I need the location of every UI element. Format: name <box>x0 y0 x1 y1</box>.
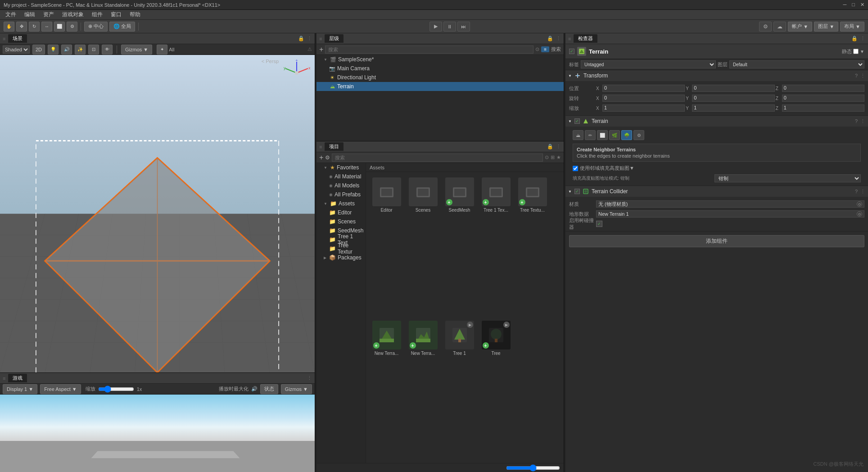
close-btn[interactable]: ✕ <box>860 2 864 8</box>
material-ref-btn[interactable]: ○ <box>857 201 862 207</box>
gizmo-cube[interactable]: x y z <box>283 59 310 86</box>
menu-window[interactable]: 窗口 <box>107 10 125 19</box>
assets-scenes[interactable]: 📁 Scenes <box>316 217 366 226</box>
scale-slider[interactable] <box>98 386 134 392</box>
tool-move[interactable]: ✥ <box>16 22 27 32</box>
collider-enabled[interactable]: ✓ <box>574 189 580 194</box>
tree-dark-play-icon[interactable]: ▶ <box>503 322 510 328</box>
scene-fx-btn[interactable]: ✨ <box>75 45 86 54</box>
obj-name[interactable]: Terrain <box>589 48 839 55</box>
play-btn[interactable]: ▶ <box>429 22 442 32</box>
fill-mode-select[interactable]: 钳制 <box>714 174 861 182</box>
tool-rect[interactable]: ⬜ <box>54 22 65 32</box>
seedmesh-add-btn[interactable]: + <box>446 199 452 205</box>
favorites-header[interactable]: ▼ ★ Favorites <box>316 163 366 172</box>
transform-header[interactable]: ▼ Transform ? ⋮ <box>565 70 868 81</box>
scene-all-btn[interactable]: ✦ <box>157 45 167 54</box>
rot-z-input[interactable]: 0 <box>782 95 864 102</box>
scl-y-input[interactable]: 1 <box>692 104 774 112</box>
scene-hidden-btn[interactable]: 👁 <box>102 45 113 54</box>
scene-more-icon[interactable]: ⋮ <box>307 36 312 41</box>
project-tab[interactable]: 项目 <box>325 142 344 151</box>
rot-x-input[interactable]: 0 <box>602 95 685 102</box>
game-gizmos-btn[interactable]: Gizmos▼ <box>281 384 312 394</box>
layout-btn[interactable]: 布局▼ <box>840 22 864 32</box>
asset-tree1tex[interactable]: + Tree 1 Tex... <box>479 176 513 316</box>
tool-rotate[interactable]: ↻ <box>29 22 40 32</box>
asset-newterr1[interactable]: + New Terra... <box>370 319 403 459</box>
asset-editor[interactable]: Editor <box>370 176 403 316</box>
hierarchy-camera[interactable]: 📷 Main Camera <box>316 64 564 73</box>
terrain-tool-5[interactable]: ⚙ <box>633 130 644 140</box>
assets-treetex[interactable]: 📁 Tree Textur <box>316 244 366 253</box>
inspector-more[interactable]: ⋮ <box>860 36 865 41</box>
tree1-play-icon[interactable]: ▶ <box>467 322 473 328</box>
assets-root[interactable]: ▼ 📁 Assets <box>316 199 366 208</box>
pivot-mode-btn[interactable]: ⊕ 中心 <box>84 22 108 32</box>
add-component-btn[interactable]: 添加组件 <box>569 235 864 247</box>
packages-root[interactable]: ▶ 📦 Packages <box>316 253 366 262</box>
cloud-btn[interactable]: ☁ <box>773 22 786 32</box>
layer-select[interactable]: Default <box>729 60 864 68</box>
obj-enabled-checkbox[interactable]: ✓ <box>569 49 574 54</box>
hierarchy-lock[interactable]: 🔒 <box>547 36 553 41</box>
menu-assets[interactable]: 资产 <box>40 10 58 19</box>
treetextu-add-btn[interactable]: + <box>519 199 525 205</box>
asset-size-slider[interactable] <box>506 465 560 471</box>
tool-scale[interactable]: ↔ <box>41 22 52 32</box>
tree-collider-checkbox[interactable]: ✓ <box>596 221 602 227</box>
terrain-tool-4[interactable]: 🌳 <box>621 130 632 140</box>
terrain-settings-btn[interactable]: ⋮ <box>860 118 865 124</box>
menu-help[interactable]: 帮助 <box>126 10 144 19</box>
scene-light-btn[interactable]: 💡 <box>48 45 59 54</box>
scene-hdmi-btn[interactable]: ⊡ <box>88 45 99 54</box>
inspector-lock[interactable]: 🔒 <box>851 36 858 41</box>
scene-audio-btn[interactable]: 🔊 <box>61 45 72 54</box>
asset-treetextu[interactable]: + Tree Textu... <box>515 176 549 316</box>
pos-x-input[interactable]: 0 <box>602 85 685 92</box>
newterr1-add-btn[interactable]: + <box>373 342 380 349</box>
shading-select[interactable]: Shaded <box>3 45 30 54</box>
collider-settings[interactable]: ⋮ <box>860 189 865 195</box>
terrain-data-ref[interactable]: New Terrain 1 ○ <box>596 210 864 218</box>
scene-viewport[interactable]: < Persp x y z <box>0 55 315 372</box>
rot-y-input[interactable]: 0 <box>692 95 774 102</box>
fav-prefabs[interactable]: ◉ All Prefabs <box>316 190 366 199</box>
fav-material[interactable]: ◉ All Material <box>316 172 366 181</box>
static-checkbox[interactable]: 静态 ▼ <box>842 48 864 55</box>
scene-tab[interactable]: 场景 <box>8 34 27 43</box>
terrain-tool-0[interactable]: ⛰ <box>573 130 583 140</box>
hierarchy-add-btn[interactable]: + <box>319 46 323 53</box>
project-star-icon[interactable]: ★ <box>556 154 561 160</box>
project-lock[interactable]: 🔒 <box>547 144 553 150</box>
hierarchy-terrain[interactable]: ⛰ Terrain <box>316 82 564 91</box>
inspector-tab[interactable]: 检查器 <box>574 34 597 43</box>
sound-icon[interactable]: 🔊 <box>251 386 258 392</box>
menu-gameobject[interactable]: 游戏对象 <box>59 10 87 19</box>
hierarchy-tab[interactable]: 层级 <box>325 34 344 43</box>
hierarchy-light[interactable]: ☀ Directional Light <box>316 73 564 82</box>
hierarchy-search[interactable] <box>325 45 533 54</box>
menu-edit[interactable]: 编辑 <box>21 10 39 19</box>
terrain-collider-header[interactable]: ▼ ✓ Terrain Collider ? ⋮ <box>565 186 868 197</box>
terrain-help[interactable]: ? <box>855 118 858 124</box>
project-filter[interactable]: ⊙ <box>545 154 549 160</box>
asset-seedmesh[interactable]: + SeedMesh <box>443 176 476 316</box>
asset-tree1[interactable]: ▶ Tree 1 <box>443 319 476 459</box>
hierarchy-scene[interactable]: ▼ 🎬 SampleScene* <box>316 55 564 64</box>
hierarchy-more[interactable]: ⋮ <box>556 36 561 41</box>
terrain-tool-2[interactable]: ⬜ <box>597 130 608 140</box>
pivot-space-btn[interactable]: 🌐 全局 <box>109 22 135 32</box>
material-ref[interactable]: 无 (物理材质) ○ <box>596 200 864 208</box>
2d-btn[interactable]: 2D <box>32 45 45 54</box>
hierarchy-filter[interactable]: ⊙ <box>535 46 539 52</box>
asset-tree-dark[interactable]: ▶ + Tree <box>479 319 513 459</box>
asset-newterr2[interactable]: + New Terra... <box>406 319 440 459</box>
tree-dark-add-btn[interactable]: + <box>483 342 489 349</box>
minimize-btn[interactable]: ─ <box>843 2 847 8</box>
terrain-section-header[interactable]: ▼ ✓ Terrain ? ⋮ <box>565 116 868 127</box>
asset-scenes[interactable]: Scenes <box>406 176 440 316</box>
terrain-enabled[interactable]: ✓ <box>574 118 580 124</box>
terrain-data-btn[interactable]: ○ <box>857 211 862 217</box>
newterr2-add-btn[interactable]: + <box>410 342 416 349</box>
